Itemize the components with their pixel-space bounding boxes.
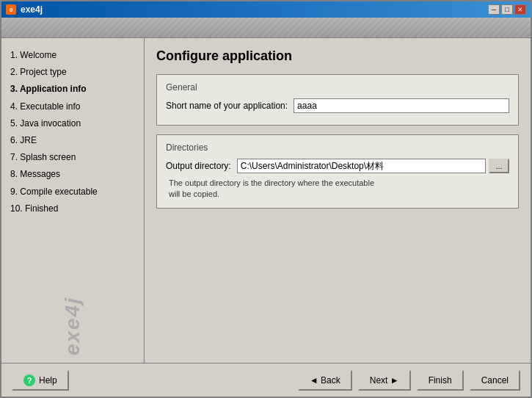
- short-name-label: Short name of your application:: [166, 101, 288, 111]
- minimize-button[interactable]: ─: [488, 4, 500, 15]
- directories-section: Directories Output directory: ... The ou…: [156, 134, 519, 209]
- content-area: Configure application General Short name…: [145, 38, 531, 363]
- app-icon: e: [6, 4, 16, 15]
- help-icon: ?: [23, 375, 35, 386]
- main-area: 1. Welcome 2. Project type 3. Applicatio…: [1, 38, 531, 363]
- sidebar-item-project-type[interactable]: 2. Project type: [7, 64, 138, 81]
- general-section: General Short name of your application:: [156, 74, 519, 126]
- sidebar-item-executable-info[interactable]: 4. Executable info: [7, 98, 138, 115]
- sidebar-item-application-info[interactable]: 3. Application info: [7, 81, 138, 98]
- help-button[interactable]: ? Help: [12, 370, 69, 391]
- title-bar-controls: ─ □ ✕: [488, 4, 526, 15]
- browse-button[interactable]: ...: [489, 159, 509, 173]
- help-label: Help: [39, 375, 57, 386]
- sidebar-item-finished[interactable]: 10. Finished: [7, 200, 138, 217]
- restore-button[interactable]: □: [501, 4, 513, 15]
- title-bar: e exe4j ─ □ ✕: [1, 1, 531, 18]
- sidebar: 1. Welcome 2. Project type 3. Applicatio…: [1, 38, 145, 363]
- next-button[interactable]: Next ►: [358, 370, 411, 391]
- output-dir-label: Output directory:: [166, 161, 231, 171]
- deco-header: [1, 18, 531, 38]
- short-name-row: Short name of your application:: [166, 98, 509, 113]
- directories-section-label: Directories: [166, 142, 509, 153]
- sidebar-item-messages[interactable]: 8. Messages: [7, 166, 138, 183]
- title-bar-left: e exe4j: [6, 4, 43, 15]
- dir-row: ...: [237, 159, 509, 173]
- close-button[interactable]: ✕: [514, 4, 526, 15]
- output-dir-hint: The output directory is the directory wh…: [166, 178, 509, 200]
- sidebar-watermark: exe4j: [61, 297, 84, 355]
- output-dir-row: Output directory: ...: [166, 159, 509, 173]
- sidebar-item-java-invocation[interactable]: 5. Java invocation: [7, 115, 138, 132]
- deco-pattern: [1, 18, 531, 37]
- back-button[interactable]: ◄ Back: [298, 370, 352, 391]
- short-name-input[interactable]: [294, 98, 509, 113]
- main-window: e exe4j ─ □ ✕ 1. Welcome 2. Project type…: [0, 0, 532, 398]
- button-bar: ? Help ◄ Back Next ► Finish Cancel: [1, 363, 531, 397]
- cancel-button[interactable]: Cancel: [470, 370, 520, 391]
- general-section-label: General: [166, 82, 509, 93]
- output-dir-input[interactable]: [237, 159, 486, 173]
- window-title: exe4j: [21, 4, 43, 15]
- sidebar-item-splash-screen[interactable]: 7. Splash screen: [7, 149, 138, 166]
- page-title: Configure application: [156, 48, 519, 64]
- sidebar-item-compile-executable[interactable]: 9. Compile executable: [7, 184, 138, 200]
- finish-button[interactable]: Finish: [417, 370, 464, 391]
- sidebar-item-jre[interactable]: 6. JRE: [7, 132, 138, 149]
- sidebar-item-welcome[interactable]: 1. Welcome: [7, 47, 138, 64]
